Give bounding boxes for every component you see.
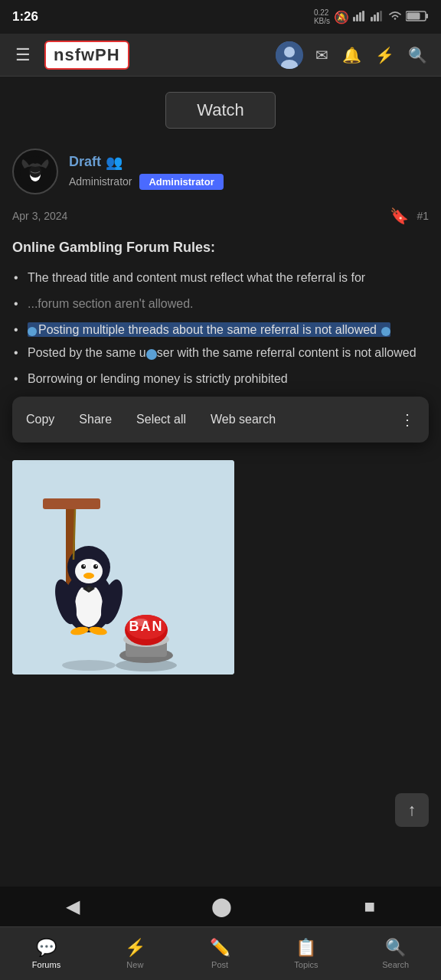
more-options-button[interactable]: ⋮	[389, 403, 426, 436]
post-date: Apr 3, 2024	[12, 210, 67, 222]
recents-button[interactable]: ■	[358, 890, 381, 923]
watch-button[interactable]: Watch	[165, 92, 276, 129]
svg-rect-10	[407, 12, 420, 19]
scroll-to-top-button[interactable]: ↑	[395, 793, 429, 827]
mail-icon[interactable]: ✉	[311, 41, 333, 69]
status-bar: 1:26 0.22KB/s 🔕	[0, 0, 441, 34]
search-label: Search	[382, 960, 409, 969]
svg-point-19	[62, 660, 116, 671]
home-button[interactable]: ⬤	[205, 890, 238, 923]
new-icon: ⚡	[125, 938, 145, 958]
svg-rect-1	[356, 15, 358, 21]
post-image: BAN	[12, 460, 234, 675]
cursor-right	[381, 327, 390, 336]
admin-badge: Administrator	[139, 174, 223, 190]
post-author-row: Draft 👥 Administrator Administrator	[0, 136, 441, 201]
rule-2-partial: ...forum section aren't allowed.	[28, 297, 194, 310]
post-icon: ✏️	[210, 938, 230, 958]
rule-3-selected: Posting multiple threads about the same …	[28, 322, 390, 337]
signal-icon-1	[353, 11, 367, 24]
nav-icons: ✉ 🔔 ⚡ 🔍	[311, 41, 432, 69]
cursor-mid	[146, 349, 157, 360]
nav-new[interactable]: ⚡ New	[113, 932, 158, 975]
post-title: Online Gambling Forum Rules:	[12, 237, 429, 258]
android-nav-bar: ◀ ⬤ ■	[0, 887, 441, 926]
svg-point-12	[284, 47, 295, 57]
data-rate: 0.22KB/s	[314, 8, 330, 25]
cursor-left	[28, 327, 37, 336]
rule-4: Posted by the same u	[28, 346, 146, 359]
status-time: 1:26	[12, 9, 38, 24]
forums-label: Forums	[32, 960, 60, 969]
author-name[interactable]: Draft	[69, 154, 101, 170]
bell-icon[interactable]: 🔔	[338, 41, 366, 69]
wifi-icon	[388, 11, 402, 24]
bottom-nav: 💬 Forums ⚡ New ✏️ Post 📋 Topics 🔍 Search	[0, 926, 441, 980]
list-item: Borrowing or lending money is strictly p…	[12, 370, 429, 388]
share-button[interactable]: Share	[68, 405, 122, 434]
mute-icon: 🔕	[334, 10, 349, 24]
svg-rect-6	[377, 12, 379, 21]
post-label: Post	[211, 960, 228, 969]
author-role-label: Administrator	[69, 175, 132, 188]
nav-topics[interactable]: 📋 Topics	[282, 932, 330, 975]
svg-point-29	[93, 564, 98, 569]
author-info: Draft 👥 Administrator Administrator	[69, 154, 224, 190]
svg-point-32	[83, 573, 94, 579]
author-role-icon: 👥	[106, 154, 122, 171]
search-nav-icon: 🔍	[385, 938, 406, 958]
watch-container: Watch	[0, 77, 441, 136]
svg-rect-5	[374, 15, 376, 21]
svg-rect-7	[380, 11, 382, 21]
svg-rect-17	[12, 460, 234, 675]
top-nav: ☰ nsfwPH ✉ 🔔 ⚡ 🔍	[0, 34, 441, 77]
select-all-button[interactable]: Select all	[126, 405, 197, 434]
logo-text: nsfwPH	[54, 45, 120, 64]
nav-forums[interactable]: 💬 Forums	[20, 932, 73, 975]
hamburger-icon[interactable]: ☰	[9, 39, 37, 71]
post-content: Online Gambling Forum Rules: The thread …	[0, 231, 441, 402]
author-meta: Administrator Administrator	[69, 174, 224, 190]
rule-4-cont: ser with the same referral content is no…	[157, 346, 416, 359]
status-icons: 0.22KB/s 🔕	[314, 8, 429, 25]
list-item: Posting multiple threads about the same …	[12, 321, 429, 339]
search-icon[interactable]: 🔍	[403, 41, 432, 69]
rules-list: The thread title and content must reflec…	[12, 269, 429, 388]
context-menu: Copy Share Select all Web search ⋮	[12, 397, 429, 443]
svg-point-28	[81, 564, 86, 569]
nav-search[interactable]: 🔍 Search	[370, 932, 421, 975]
web-search-button[interactable]: Web search	[200, 405, 286, 434]
logo[interactable]: nsfwPH	[44, 41, 129, 70]
nav-post[interactable]: ✏️ Post	[198, 932, 243, 975]
new-label: New	[126, 960, 143, 969]
list-item: The thread title and content must reflec…	[12, 269, 429, 287]
svg-rect-0	[353, 17, 355, 21]
topics-icon: 📋	[296, 938, 316, 958]
svg-rect-4	[371, 17, 373, 21]
svg-rect-9	[426, 14, 428, 18]
list-item: ...forum section aren't allowed.	[12, 295, 429, 313]
rule-5: Borrowing or lending money is strictly p…	[28, 372, 288, 385]
rule-1: The thread title and content must reflec…	[28, 271, 365, 284]
svg-rect-2	[359, 12, 361, 21]
back-button[interactable]: ◀	[60, 890, 86, 923]
svg-point-25	[75, 559, 103, 583]
list-item: Posted by the same user with the same re…	[12, 344, 429, 362]
svg-point-30	[83, 565, 85, 567]
bookmark-icon[interactable]: 🔖	[390, 207, 409, 225]
signal-icon-2	[371, 11, 384, 24]
svg-rect-21	[43, 498, 100, 509]
topics-label: Topics	[294, 960, 318, 969]
lightning-icon[interactable]: ⚡	[371, 41, 399, 69]
post-image-container: BAN	[0, 448, 441, 687]
battery-icon	[406, 10, 429, 24]
post-meta: Apr 3, 2024 🔖 #1	[0, 201, 441, 231]
forums-icon: 💬	[36, 938, 57, 958]
svg-point-46	[133, 619, 149, 626]
svg-point-31	[96, 565, 97, 567]
svg-point-34	[87, 587, 90, 590]
post-number: #1	[416, 210, 429, 222]
author-avatar[interactable]	[12, 149, 58, 194]
copy-button[interactable]: Copy	[15, 405, 65, 434]
user-avatar[interactable]	[276, 41, 303, 69]
